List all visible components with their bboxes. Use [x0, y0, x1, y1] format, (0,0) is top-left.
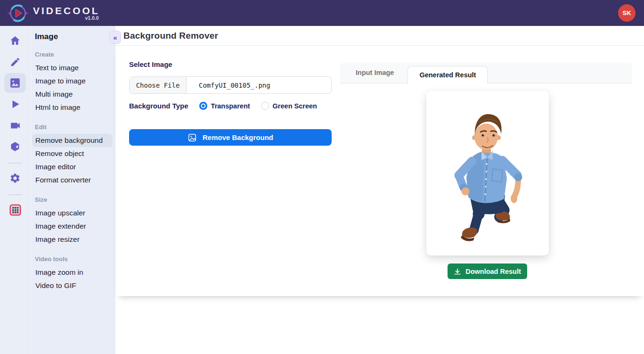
background-type-label: Background Type	[129, 102, 188, 110]
sidebar-item-html-to-image[interactable]: Html to image	[32, 101, 113, 114]
grid-apps-icon	[9, 204, 22, 216]
rail-settings-button[interactable]	[4, 168, 26, 188]
sidebar: Image Create Text to image Image to imag…	[31, 26, 115, 354]
rail-create-button[interactable]	[4, 52, 26, 72]
brand-version: v1.0.0	[85, 15, 98, 21]
brand-logo[interactable]: VIDECOOL v1.0.0	[8, 3, 100, 24]
rail-apps-button[interactable]	[4, 200, 26, 220]
sidebar-collapse-button[interactable]: «	[109, 31, 121, 44]
sidebar-title: Image	[34, 32, 113, 41]
radio-option-green-screen[interactable]: Green Screen	[261, 102, 317, 110]
sidebar-item-image-extender[interactable]: Image extender	[32, 220, 113, 233]
pencil-icon	[10, 57, 21, 67]
background-type-row: Background Type Transparent Green Screen	[129, 102, 317, 110]
rail-3d-button[interactable]	[4, 137, 26, 156]
remove-background-button-label: Remove Background	[203, 133, 273, 141]
sidebar-item-remove-background[interactable]: Remove background	[32, 134, 113, 147]
gear-icon	[9, 173, 21, 184]
image-icon	[9, 77, 21, 89]
page-title: Background Remover	[123, 31, 218, 41]
download-result-button[interactable]: Download Result	[448, 263, 527, 279]
section-label-create: Create	[35, 51, 113, 58]
result-tabs: Input Image Generated Result	[340, 63, 632, 83]
section-label-edit: Edit	[35, 123, 113, 131]
image-button-icon	[187, 133, 197, 142]
sidebar-item-video-to-gif[interactable]: Video to GIF	[32, 279, 113, 292]
rail-divider	[8, 194, 22, 195]
rail-video-button[interactable]	[4, 115, 26, 135]
sidebar-item-image-zoom-in[interactable]: Image zoom in	[32, 266, 113, 279]
section-label-size: Size	[35, 196, 113, 203]
play-icon	[9, 98, 21, 110]
radio-green-screen-label: Green Screen	[273, 102, 317, 110]
download-icon	[454, 268, 461, 275]
sidebar-item-format-converter[interactable]: Format converter	[32, 173, 113, 187]
sidebar-item-image-to-image[interactable]: Image to image	[32, 74, 113, 88]
cube-icon	[9, 141, 21, 152]
home-icon	[9, 35, 21, 46]
select-image-label: Select Image	[129, 60, 172, 68]
radio-option-transparent[interactable]: Transparent	[199, 102, 250, 110]
result-image-card	[426, 91, 549, 255]
section-label-video-tools: Video tools	[35, 255, 113, 263]
rail-play-button[interactable]	[4, 94, 26, 114]
videcool-logo-icon	[8, 3, 28, 24]
sidebar-item-image-resizer[interactable]: Image resizer	[32, 233, 113, 246]
sidebar-item-text-to-image[interactable]: Text to image	[32, 61, 113, 74]
sidebar-item-image-editor[interactable]: Image editor	[32, 160, 113, 173]
radio-transparent-label: Transparent	[211, 102, 250, 110]
file-input[interactable]: Choose File ComfyUI_00105_.png	[129, 76, 332, 94]
tab-generated-result[interactable]: Generated Result	[408, 66, 488, 83]
rail-image-button[interactable]	[4, 73, 26, 93]
icon-rail	[0, 26, 31, 354]
rail-divider	[8, 163, 22, 164]
choose-file-button[interactable]: Choose File	[130, 77, 187, 93]
radio-green-screen[interactable]	[261, 102, 269, 110]
sidebar-item-multi-image[interactable]: Multi image	[32, 88, 113, 101]
remove-background-button[interactable]: Remove Background	[129, 129, 332, 146]
sidebar-item-remove-object[interactable]: Remove object	[32, 147, 113, 160]
topbar: VIDECOOL v1.0.0 SK	[0, 0, 644, 26]
download-result-label: Download Result	[465, 268, 521, 275]
rail-home-button[interactable]	[4, 31, 26, 50]
page-header: « Background Remover	[115, 26, 644, 46]
result-image	[433, 98, 542, 249]
tab-input-image[interactable]: Input Image	[342, 62, 408, 83]
sidebar-item-image-upscaler[interactable]: Image upscaler	[32, 206, 113, 220]
video-camera-icon	[9, 120, 21, 132]
radio-transparent[interactable]	[199, 102, 207, 110]
content-panel: Select Image Choose File ComfyUI_00105_.…	[115, 46, 644, 296]
main-area: « Background Remover Select Image Choose…	[115, 26, 644, 354]
user-avatar[interactable]: SK	[618, 4, 636, 22]
file-name-value: ComfyUI_00105_.png	[187, 77, 331, 93]
